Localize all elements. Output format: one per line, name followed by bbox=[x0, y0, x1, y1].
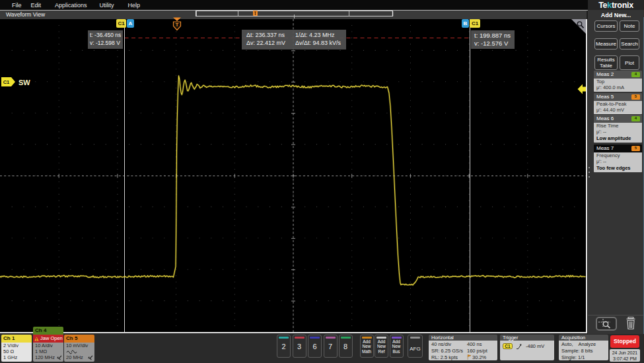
meas-5-source-chip: 5 bbox=[631, 94, 640, 100]
meas-5-badge[interactable]: Meas 5 5 Peak-to-Peak μ': 44.40 mV bbox=[594, 93, 642, 114]
math-color-strip bbox=[362, 337, 372, 339]
menu-file[interactable]: File bbox=[12, 2, 22, 9]
sidebar-drag-handle[interactable] bbox=[589, 167, 590, 178]
tab-waveform-view[interactable]: Waveform View bbox=[6, 11, 45, 18]
meas-6-value: μ': -- bbox=[596, 129, 642, 135]
add-results-table-button[interactable]: Results Table bbox=[594, 55, 618, 70]
channel-6-button[interactable]: 6 bbox=[308, 335, 322, 358]
add-new-ref-button[interactable]: AddNewRef bbox=[375, 335, 388, 358]
horizontal-title: Horizontal bbox=[429, 335, 497, 341]
meas-2-source-chip: 4 bbox=[631, 72, 640, 77]
channel-7-color-strip bbox=[326, 337, 336, 339]
time: 3:07:42 PM bbox=[610, 356, 640, 362]
warning-icon bbox=[34, 337, 39, 341]
trigger-source-chip: C1 bbox=[503, 343, 513, 349]
menu-utility[interactable]: Utility bbox=[100, 2, 114, 9]
svg-text:C1: C1 bbox=[3, 79, 10, 85]
channel-5-badge[interactable]: Ch 5 10 mV/div 20 MHz bbox=[64, 335, 94, 362]
trash-button[interactable] bbox=[626, 316, 637, 331]
meas-2-name: Meas 2 bbox=[596, 71, 614, 77]
cursor-a-time: t: -36.450 ns bbox=[90, 32, 121, 40]
rising-edge-icon bbox=[516, 343, 522, 350]
add-plot-button[interactable]: Plot bbox=[620, 55, 639, 70]
cursor-b-readout: t: 199.887 ns v: -12.576 V bbox=[471, 30, 515, 49]
channel-3-color-strip bbox=[295, 337, 304, 339]
trigger-settings: C1 -480 mV bbox=[500, 341, 554, 360]
trigger-panel[interactable]: Trigger C1 -480 mV bbox=[500, 335, 554, 360]
add-cursors-button[interactable]: Cursors bbox=[594, 20, 618, 32]
cursor-b-source-badge[interactable]: C1 bbox=[470, 19, 480, 28]
menu-help[interactable]: Help bbox=[128, 2, 141, 9]
afg-button[interactable]: AFG bbox=[408, 335, 423, 358]
tab-strip: Waveform View bbox=[0, 11, 587, 19]
meas-5-value: μ': 44.40 mV bbox=[596, 107, 642, 114]
waveform-display[interactable]: C1SW C1 A B C1 t: -36.450 ns v: -12.598 … bbox=[0, 19, 587, 333]
channel-4-header: Ch 4 bbox=[33, 327, 63, 335]
date: 24 Jun 2021 bbox=[610, 350, 640, 356]
trigger-title: Trigger bbox=[500, 335, 554, 341]
meas-7-value: μ': -- bbox=[596, 158, 642, 165]
channel-5-settings: 10 mV/div 20 MHz bbox=[64, 343, 94, 362]
channel-8-color-strip bbox=[341, 337, 351, 339]
zoom-overview-button[interactable] bbox=[596, 317, 617, 331]
meas-6-source-chip: 4 bbox=[631, 116, 640, 121]
channel-1-header: Ch 1 bbox=[1, 335, 32, 343]
channel-1-settings: 2 V/div 50 Ω 1 GHz bbox=[1, 343, 32, 362]
probe-icon bbox=[57, 355, 62, 360]
meas-5-name: Meas 5 bbox=[596, 94, 614, 100]
acquisition-title: Acquisition bbox=[559, 335, 608, 341]
meas-7-alert: Too few edges bbox=[596, 165, 642, 172]
meas-7-badge[interactable]: Meas 7 5 Frequency μ': -- Too few edges bbox=[594, 145, 642, 172]
afg-color-strip bbox=[410, 337, 420, 339]
channel-4-settings: 10 A/div 1 MΩ 120 MHz bbox=[33, 343, 63, 362]
meas-7-source-chip: 5 bbox=[631, 146, 640, 151]
add-new-bus-button[interactable]: AddNewBus bbox=[390, 335, 404, 358]
menu-bar: File Edit Applications Utility Help bbox=[0, 0, 588, 10]
add-measure-button[interactable]: Measure bbox=[594, 38, 618, 50]
add-note-button[interactable]: Note bbox=[620, 20, 639, 32]
delta-t: Δt: 236.337 ns bbox=[246, 32, 285, 40]
trash-icon bbox=[626, 316, 637, 331]
acquisition-panel[interactable]: Acquisition Auto,Analyze Sample: 8 bits … bbox=[559, 335, 608, 360]
meas-6-name: Meas 6 bbox=[596, 116, 614, 121]
meas-7-type: Frequency bbox=[596, 152, 642, 159]
ref-color-strip bbox=[376, 337, 386, 339]
cursor-a-readout: t: -36.450 ns v: -12.598 V bbox=[88, 30, 123, 49]
zoom-crosshair-icon bbox=[597, 318, 616, 329]
menu-edit[interactable]: Edit bbox=[31, 2, 42, 9]
cursor-b-time: t: 199.887 ns bbox=[474, 32, 511, 40]
channel-2-color-strip bbox=[279, 337, 289, 339]
datetime-display: 24 Jun 2021 3:07:42 PM bbox=[610, 349, 640, 362]
position-flag-icon bbox=[467, 354, 472, 360]
add-search-button[interactable]: Search bbox=[620, 38, 639, 50]
menu-applications[interactable]: Applications bbox=[55, 2, 87, 9]
channel-4-badge[interactable]: Ch 4 Jaw Open 10 A/div 1 MΩ 120 MHz bbox=[33, 327, 63, 362]
cursor-a-badge[interactable]: A bbox=[127, 19, 134, 28]
bus-color-strip bbox=[392, 337, 402, 339]
tektronix-logo: Tektronix bbox=[598, 1, 633, 10]
channel-4-warning: Jaw Open bbox=[33, 335, 63, 343]
channel-7-button[interactable]: 7 bbox=[324, 335, 338, 358]
channel-8-button[interactable]: 8 bbox=[339, 335, 353, 358]
delta-v-over-delta-t: Δv/Δt: 94.83 kV/s bbox=[295, 40, 341, 48]
add-new-math-button[interactable]: AddNewMath bbox=[360, 335, 374, 358]
meas-6-type: Rise Time bbox=[596, 123, 642, 129]
meas-6-badge[interactable]: Meas 6 4 Rise Time μ': -- Low amplitude bbox=[594, 115, 642, 143]
channel-2-button[interactable]: 2 bbox=[277, 335, 291, 358]
meas-7-name: Meas 7 bbox=[596, 145, 614, 151]
channel-1-badge[interactable]: Ch 1 2 V/div 50 Ω 1 GHz bbox=[1, 335, 32, 362]
svg-text:SW: SW bbox=[18, 79, 30, 86]
cursor-b-badge[interactable]: B bbox=[462, 19, 469, 28]
run-stop-button[interactable]: Stopped bbox=[610, 335, 639, 348]
cursor-delta-readout: Δt: 236.337 ns 1/Δt: 4.23 MHz Δv: 22.412… bbox=[242, 30, 346, 50]
meas-6-alert: Low amplitude bbox=[596, 135, 642, 142]
channel-5-coupling-icons bbox=[66, 348, 93, 354]
channel-3-button[interactable]: 3 bbox=[293, 335, 306, 358]
meas-2-value: μ': 400.0 mA bbox=[596, 84, 642, 91]
horizontal-panel[interactable]: Horizontal 40 ns/div400 ns SR: 6.25 GS/s… bbox=[429, 335, 497, 360]
meas-2-badge[interactable]: Meas 2 4 Top μ': 400.0 mA bbox=[594, 71, 642, 92]
meas-5-type: Peak-to-Peak bbox=[596, 101, 642, 108]
cursor-b-voltage: v: -12.576 V bbox=[474, 40, 511, 48]
cursor-a-source-badge[interactable]: C1 bbox=[116, 19, 126, 28]
sidebar-divider bbox=[588, 315, 644, 315]
